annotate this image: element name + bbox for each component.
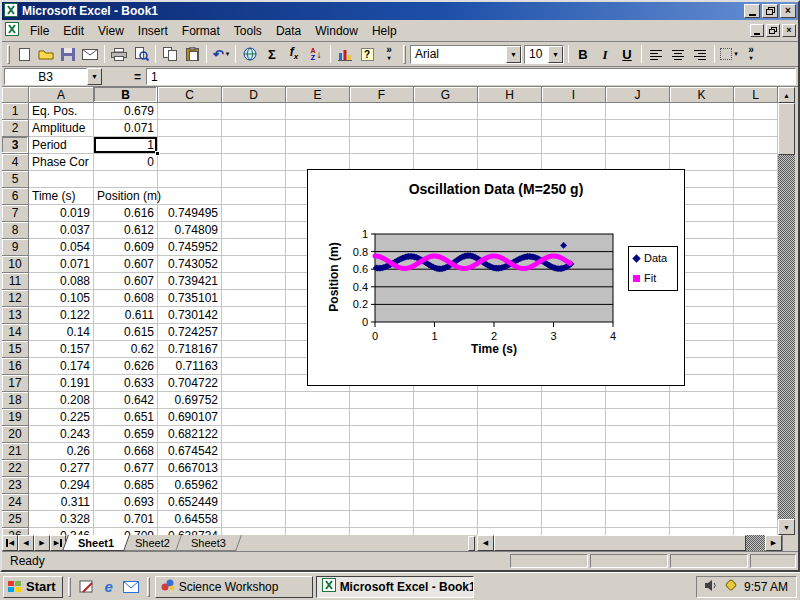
row-header-1[interactable]: 1: [2, 103, 29, 120]
cell-I2[interactable]: [542, 120, 606, 137]
restore-button[interactable]: [762, 4, 778, 18]
cell-B14[interactable]: 0.615: [94, 324, 158, 341]
cell-B25[interactable]: 0.701: [94, 511, 158, 528]
cell-A9[interactable]: 0.054: [29, 239, 94, 256]
cell-K19[interactable]: [670, 409, 734, 426]
row-header-21[interactable]: 21: [2, 443, 29, 460]
cell-K23[interactable]: [670, 477, 734, 494]
scroll-left-button[interactable]: ◀: [477, 535, 494, 551]
cell-G23[interactable]: [414, 477, 478, 494]
cell-I22[interactable]: [542, 460, 606, 477]
cell-B13[interactable]: 0.611: [94, 307, 158, 324]
workbook-restore-button[interactable]: [766, 24, 780, 37]
cell-E26[interactable]: [286, 528, 350, 535]
cell-J24[interactable]: [606, 494, 670, 511]
cell-A25[interactable]: 0.328: [29, 511, 94, 528]
cell-H24[interactable]: [478, 494, 542, 511]
cell-A22[interactable]: 0.277: [29, 460, 94, 477]
cell-H23[interactable]: [478, 477, 542, 494]
cell-E3[interactable]: [286, 137, 350, 154]
cell-C3[interactable]: [158, 137, 222, 154]
cell-J25[interactable]: [606, 511, 670, 528]
cell-I21[interactable]: [542, 443, 606, 460]
scroll-down-button[interactable]: ▼: [778, 519, 795, 535]
cell-A17[interactable]: 0.191: [29, 375, 94, 392]
cell-A8[interactable]: 0.037: [29, 222, 94, 239]
vertical-scrollbar[interactable]: ▲ ▼: [778, 87, 795, 535]
cell-K18[interactable]: [670, 392, 734, 409]
outlook-express-icon[interactable]: [122, 578, 140, 596]
cell-D5[interactable]: [222, 171, 286, 188]
row-header-11[interactable]: 11: [2, 273, 29, 290]
cell-A26[interactable]: 0.346: [29, 528, 94, 535]
chart-object[interactable]: Oscillation Data (M=250 g) 00.20.40.60.8…: [307, 169, 685, 386]
cell-I26[interactable]: [542, 528, 606, 535]
cell-B6[interactable]: Position (m): [94, 188, 158, 205]
cell-A12[interactable]: 0.105: [29, 290, 94, 307]
cell-A20[interactable]: 0.243: [29, 426, 94, 443]
cell-D1[interactable]: [222, 103, 286, 120]
cell-F18[interactable]: [350, 392, 414, 409]
previous-sheet-button[interactable]: ◀: [18, 535, 34, 551]
align-center-button[interactable]: [667, 44, 689, 64]
cell-L19[interactable]: [734, 409, 778, 426]
scroll-up-button[interactable]: ▲: [778, 87, 795, 103]
cell-A3[interactable]: Period: [29, 137, 94, 154]
cell-C13[interactable]: 0.730142: [158, 307, 222, 324]
toolbar-drag-handle[interactable]: [7, 45, 10, 64]
cell-B22[interactable]: 0.677: [94, 460, 158, 477]
cell-L16[interactable]: [734, 358, 778, 375]
cell-K24[interactable]: [670, 494, 734, 511]
copy-button[interactable]: [159, 44, 181, 64]
internet-explorer-icon[interactable]: e: [100, 578, 118, 596]
cell-E24[interactable]: [286, 494, 350, 511]
cell-D10[interactable]: [222, 256, 286, 273]
print-button[interactable]: [108, 44, 130, 64]
more-buttons-button[interactable]: »▾: [740, 44, 762, 64]
cell-G2[interactable]: [414, 120, 478, 137]
toolbar-drag-handle[interactable]: [403, 45, 406, 64]
cell-D16[interactable]: [222, 358, 286, 375]
cell-C19[interactable]: 0.690107: [158, 409, 222, 426]
name-box[interactable]: B3: [4, 68, 87, 85]
volume-icon[interactable]: [705, 580, 718, 594]
cell-A15[interactable]: 0.157: [29, 341, 94, 358]
row-header-4[interactable]: 4: [2, 154, 29, 171]
cell-C8[interactable]: 0.74809: [158, 222, 222, 239]
cell-J19[interactable]: [606, 409, 670, 426]
chevron-down-icon[interactable]: ▼: [548, 46, 563, 63]
cell-C5[interactable]: [158, 171, 222, 188]
cell-B19[interactable]: 0.651: [94, 409, 158, 426]
row-header-7[interactable]: 7: [2, 205, 29, 222]
cell-I1[interactable]: [542, 103, 606, 120]
next-sheet-button[interactable]: ▶: [34, 535, 50, 551]
undo-button[interactable]: ↶▾: [210, 44, 232, 64]
cell-A10[interactable]: 0.071: [29, 256, 94, 273]
cell-C2[interactable]: [158, 120, 222, 137]
cell-B1[interactable]: 0.679: [94, 103, 158, 120]
row-header-15[interactable]: 15: [2, 341, 29, 358]
plot-area[interactable]: [375, 234, 613, 322]
cell-H22[interactable]: [478, 460, 542, 477]
cell-L5[interactable]: [734, 171, 778, 188]
row-header-25[interactable]: 25: [2, 511, 29, 528]
tray-app-icon[interactable]: [724, 578, 738, 595]
cell-L15[interactable]: [734, 341, 778, 358]
sort-ascending-button[interactable]: AZ↓: [305, 44, 327, 64]
cell-L7[interactable]: [734, 205, 778, 222]
cell-G18[interactable]: [414, 392, 478, 409]
row-header-23[interactable]: 23: [2, 477, 29, 494]
cell-C20[interactable]: 0.682122: [158, 426, 222, 443]
cell-C15[interactable]: 0.718167: [158, 341, 222, 358]
cell-B16[interactable]: 0.626: [94, 358, 158, 375]
cell-A13[interactable]: 0.122: [29, 307, 94, 324]
task-button-science-workshop[interactable]: Science Workshop: [155, 576, 313, 598]
menu-data[interactable]: Data: [269, 21, 308, 41]
cell-E2[interactable]: [286, 120, 350, 137]
underline-button[interactable]: U: [616, 44, 638, 64]
cell-E1[interactable]: [286, 103, 350, 120]
cell-B21[interactable]: 0.668: [94, 443, 158, 460]
cell-H2[interactable]: [478, 120, 542, 137]
row-header-18[interactable]: 18: [2, 392, 29, 409]
close-button[interactable]: ×: [780, 4, 796, 18]
